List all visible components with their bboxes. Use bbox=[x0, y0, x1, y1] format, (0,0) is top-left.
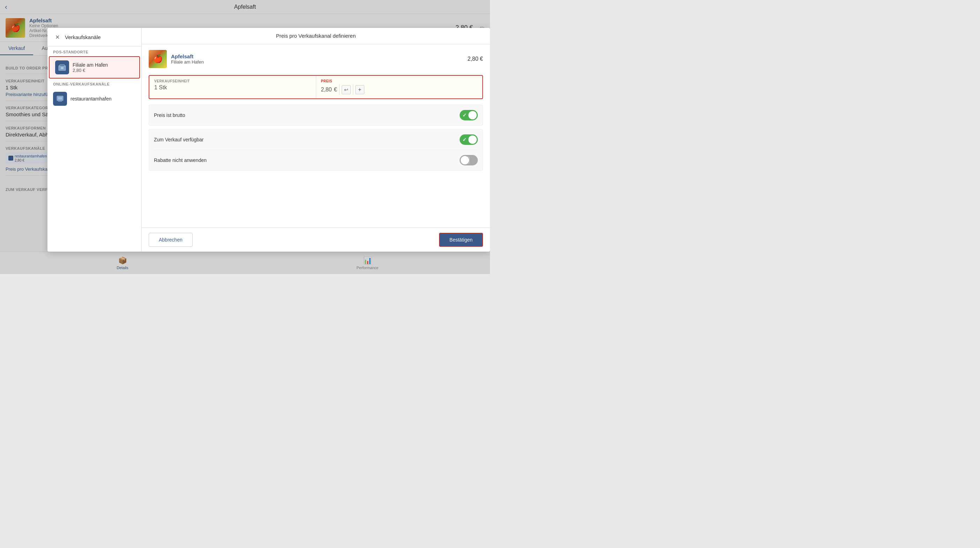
modal-right-header: Preis pro Verkaufskanal definieren bbox=[142, 28, 490, 44]
right-product-left: 🍎 Apfelsaft Filiale am Hafen bbox=[149, 50, 204, 68]
modal-left-panel: ✕ Verkaufskanäle POS-STANDORTE Filiale a… bbox=[48, 28, 142, 252]
online-channel-restaurant[interactable]: restaurantamhafen bbox=[48, 88, 142, 109]
svg-rect-2 bbox=[61, 67, 64, 69]
price-col: PREIS 2,80 € ↩ + bbox=[316, 76, 483, 99]
confirm-button[interactable]: Bestätigen bbox=[439, 233, 483, 247]
cancel-button[interactable]: Abbrechen bbox=[149, 233, 192, 247]
modal-close-button[interactable]: ✕ bbox=[53, 33, 61, 41]
zum-verkauf-verfuegbar-toggle[interactable]: ✓ bbox=[460, 134, 478, 145]
toggle-green-knob-2 bbox=[468, 135, 477, 144]
svg-rect-4 bbox=[58, 101, 62, 102]
pos-channel-price: 2,80 € bbox=[73, 68, 134, 73]
price-unit-col: VERKAUFSEINHEIT 1 Stk bbox=[150, 76, 316, 99]
pos-channel-icon bbox=[55, 61, 69, 74]
rabatte-row: Rabatte nicht anwenden ✕ bbox=[154, 150, 478, 170]
price-add-button[interactable]: + bbox=[355, 85, 364, 94]
right-product-info: Apfelsaft Filiale am Hafen bbox=[171, 53, 204, 65]
online-channel-name: restaurantamhafen bbox=[70, 96, 136, 102]
toggle-check-icon-2: ✓ bbox=[463, 137, 467, 142]
pos-section-label: POS-STANDORTE bbox=[48, 46, 142, 56]
zum-verkauf-verfuegbar-label: Zum Verkauf verfügbar bbox=[154, 137, 204, 142]
modal-left-title: Verkaufskanäle bbox=[65, 34, 101, 40]
preis-brutto-toggle[interactable]: ✓ bbox=[460, 110, 478, 120]
preis-currency: € bbox=[334, 86, 337, 93]
pos-channel-info: Filiale am Hafen 2,80 € bbox=[73, 62, 134, 73]
price-reset-button[interactable]: ↩ bbox=[342, 85, 351, 94]
price-input-row: 2,80 € ↩ + bbox=[321, 84, 478, 95]
rabatte-label: Rabatte nicht anwenden bbox=[154, 158, 207, 163]
preis-value[interactable]: 2,80 bbox=[321, 86, 332, 93]
modal-right-panel: Preis pro Verkaufskanal definieren 🍎 Apf… bbox=[142, 28, 490, 252]
zum-verkauf-verfuegbar-row: Zum Verkauf verfügbar ✓ bbox=[154, 129, 478, 150]
online-channel-info: restaurantamhafen bbox=[70, 96, 136, 102]
pos-channel-name: Filiale am Hafen bbox=[73, 62, 134, 68]
right-product-placeholder: 🍎 bbox=[149, 50, 167, 68]
toggle-check-icon: ✓ bbox=[463, 112, 467, 118]
preis-col-label: PREIS bbox=[321, 79, 478, 83]
price-vertical-divider-2 bbox=[353, 84, 353, 95]
right-product-price: 2,80 € bbox=[468, 56, 483, 62]
toggle-x-icon: ✕ bbox=[463, 157, 469, 164]
verkaufseinheit-col-label: VERKAUFSEINHEIT bbox=[154, 79, 311, 83]
price-vertical-divider bbox=[339, 84, 340, 95]
online-section-label: ONLINE-VERKAUFSKANÄLE bbox=[48, 78, 142, 88]
rabatte-toggle[interactable]: ✕ bbox=[460, 155, 478, 166]
right-product-name: Apfelsaft bbox=[171, 53, 204, 59]
right-product-img: 🍎 bbox=[149, 50, 167, 68]
modal-right-title: Preis pro Verkaufskanal definieren bbox=[276, 33, 356, 39]
preis-brutto-row: Preis ist brutto ✓ bbox=[154, 105, 478, 125]
preis-brutto-label: Preis ist brutto bbox=[154, 112, 185, 118]
right-product-row: 🍎 Apfelsaft Filiale am Hafen 2,80 € bbox=[149, 50, 483, 68]
modal-right-content: 🍎 Apfelsaft Filiale am Hafen 2,80 € VERK… bbox=[142, 44, 490, 228]
svg-rect-5 bbox=[58, 97, 62, 99]
online-channel-icon bbox=[53, 92, 67, 106]
modal-footer: Abbrechen Bestätigen bbox=[142, 228, 490, 252]
modal-container: ✕ Verkaufskanäle POS-STANDORTE Filiale a… bbox=[48, 28, 490, 252]
price-section: VERKAUFSEINHEIT 1 Stk PREIS 2,80 € ↩ + bbox=[149, 75, 483, 99]
toggle-section-2: Zum Verkauf verfügbar ✓ Rabatte nicht an… bbox=[149, 129, 483, 171]
pos-channel-filiale[interactable]: Filiale am Hafen 2,80 € bbox=[49, 56, 140, 78]
toggle-green-knob bbox=[468, 111, 477, 119]
modal-left-header: ✕ Verkaufskanäle bbox=[48, 28, 142, 46]
right-product-channel: Filiale am Hafen bbox=[171, 59, 204, 65]
svg-rect-1 bbox=[60, 65, 65, 66]
toggle-section: Preis ist brutto ✓ bbox=[149, 105, 483, 126]
verkaufseinheit-col-value: 1 Stk bbox=[154, 84, 311, 91]
